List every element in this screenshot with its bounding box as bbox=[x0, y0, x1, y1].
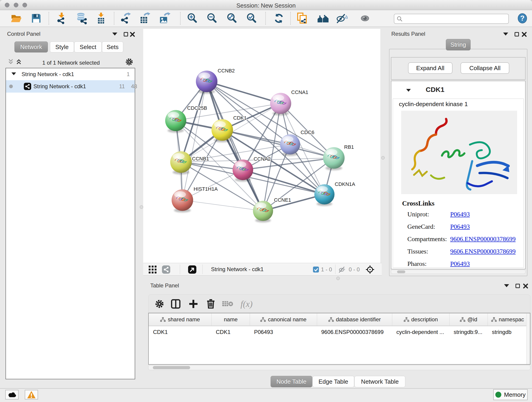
crosslink-link[interactable]: P06493 bbox=[450, 211, 470, 218]
results-hscrollbar-thumb[interactable] bbox=[397, 270, 405, 273]
zoom-out-button[interactable] bbox=[206, 12, 218, 25]
table-panel-float-icon[interactable] bbox=[515, 284, 520, 288]
add-column-button[interactable] bbox=[187, 298, 199, 310]
control-panel-float-icon[interactable] bbox=[124, 32, 128, 36]
node-CCNE1[interactable] bbox=[253, 201, 273, 223]
table-panel-close-icon[interactable] bbox=[523, 283, 528, 289]
node-CDC25B[interactable] bbox=[165, 110, 186, 133]
crosslink-link[interactable]: 9606.ENSP00000378699 bbox=[450, 235, 515, 243]
column-header-description[interactable]: description bbox=[392, 313, 449, 326]
table-hscrollbar[interactable] bbox=[148, 365, 530, 370]
tab-string[interactable]: String bbox=[446, 39, 471, 51]
left-splitter-handle[interactable] bbox=[140, 205, 143, 209]
gene-section-collapse-icon[interactable] bbox=[406, 89, 411, 92]
zoom-in-button[interactable] bbox=[186, 12, 199, 25]
node-HIST1H1A[interactable] bbox=[172, 189, 193, 212]
column-header--id[interactable]: @id bbox=[449, 313, 488, 326]
crosslink-link[interactable]: 9606.ENSP00000378699 bbox=[450, 248, 515, 255]
node-CDKN1A[interactable] bbox=[314, 184, 335, 206]
tab-network-table[interactable]: Network Table bbox=[355, 376, 405, 387]
grid-view-icon[interactable] bbox=[149, 266, 157, 274]
control-panel-close-icon[interactable] bbox=[130, 32, 135, 37]
right-splitter-handle[interactable] bbox=[381, 156, 385, 160]
table-hscrollbar-thumb[interactable] bbox=[153, 366, 190, 369]
export-network-button[interactable] bbox=[119, 12, 132, 25]
help-button[interactable]: ? bbox=[516, 12, 529, 25]
tab-network[interactable]: Network bbox=[14, 41, 48, 52]
zoom-fit-content-button[interactable] bbox=[225, 12, 238, 25]
results-hscrollbar[interactable] bbox=[391, 270, 526, 274]
new-network-from-selection-button[interactable] bbox=[296, 12, 308, 25]
column-header-shared-name[interactable]: shared name bbox=[149, 313, 211, 326]
table-settings-button[interactable] bbox=[153, 298, 165, 310]
export-table-button[interactable] bbox=[138, 12, 151, 25]
column-header-name[interactable]: name bbox=[211, 313, 250, 326]
import-table-file-button[interactable] bbox=[95, 12, 108, 25]
show-all-button[interactable] bbox=[359, 12, 371, 25]
expand-all-button[interactable]: Expand All bbox=[408, 62, 452, 74]
warnings-button[interactable] bbox=[25, 390, 38, 400]
export-image-icon bbox=[158, 12, 171, 25]
birds-eye-view-icon[interactable] bbox=[188, 265, 196, 274]
cell-shared-name[interactable]: CDK1 bbox=[149, 327, 211, 338]
import-network-database-button[interactable] bbox=[75, 12, 88, 25]
memory-button[interactable]: Memory bbox=[493, 389, 528, 400]
tab-edge-table[interactable]: Edge Table bbox=[312, 376, 354, 387]
tab-sets[interactable]: Sets bbox=[102, 41, 123, 52]
node-CCNA1[interactable] bbox=[270, 93, 291, 115]
zoom-selected-button[interactable] bbox=[245, 12, 258, 25]
results-panel-menu-icon[interactable] bbox=[503, 32, 508, 36]
network-row-selected[interactable]: String Network - cdk1 11 48 bbox=[6, 80, 135, 93]
search-input[interactable] bbox=[404, 15, 506, 22]
results-panel-float-icon[interactable] bbox=[515, 32, 519, 36]
import-network-file-button[interactable] bbox=[55, 12, 68, 25]
hide-selected-button[interactable] bbox=[335, 12, 348, 25]
fit-selected-crosshair-icon[interactable] bbox=[365, 265, 375, 274]
network-graph[interactable]: CCNB2CCNA1CDC25BCDK1CDC6RB1CCNB1CCNA2HIS… bbox=[143, 29, 380, 263]
tab-node-table[interactable]: Node Table bbox=[271, 376, 312, 387]
expand-all-chevrons-icon[interactable] bbox=[16, 59, 22, 65]
gear-icon[interactable] bbox=[125, 58, 133, 66]
export-table-icon bbox=[139, 12, 151, 25]
results-panel-close-icon[interactable] bbox=[521, 32, 527, 37]
control-panel-menu-icon[interactable] bbox=[112, 32, 117, 36]
selected-checkbox-icon[interactable] bbox=[313, 267, 319, 273]
save-session-button[interactable] bbox=[30, 12, 43, 25]
collapse-all-button[interactable]: Collapse All bbox=[461, 62, 509, 74]
node-CDC6[interactable] bbox=[280, 134, 300, 156]
collapse-all-chevrons-icon[interactable] bbox=[7, 59, 14, 65]
collection-expand-icon[interactable] bbox=[12, 72, 16, 75]
network-list-view-icon[interactable] bbox=[162, 265, 170, 274]
cell-database-identifier[interactable]: 9606.ENSP00000378699 bbox=[317, 327, 392, 338]
column-header-canonical-name[interactable]: canonical name bbox=[250, 313, 317, 326]
bottom-splitter-handle[interactable] bbox=[336, 277, 340, 280]
network-collection-row[interactable]: String Network - cdk1 1 bbox=[6, 68, 135, 80]
table-panel-menu-icon[interactable] bbox=[504, 284, 509, 287]
edge-CCNB2-RB1[interactable] bbox=[207, 81, 334, 158]
cell-name[interactable]: CDK1 bbox=[211, 327, 250, 338]
show-columns-button[interactable] bbox=[170, 298, 182, 310]
tab-select[interactable]: Select bbox=[74, 41, 102, 52]
node-CCNA2[interactable] bbox=[233, 160, 253, 182]
edge-CCNE1-HIST1H1A[interactable] bbox=[182, 200, 263, 211]
cell-canonical-name[interactable]: P06493 bbox=[250, 327, 317, 338]
hidden-eye-slash-icon bbox=[338, 266, 346, 273]
open-session-button[interactable] bbox=[10, 12, 23, 25]
home-button[interactable] bbox=[317, 12, 329, 25]
delete-column-button[interactable] bbox=[205, 298, 217, 310]
refresh-layout-button[interactable] bbox=[272, 12, 285, 25]
edge-CDK1-RB1[interactable] bbox=[222, 130, 334, 158]
cell-description[interactable]: cyclin-dependent ... bbox=[392, 327, 449, 338]
network-canvas[interactable]: CCNB2CCNA1CDC25BCDK1CDC6RB1CCNB1CCNA2HIS… bbox=[143, 29, 380, 263]
crosslink-link[interactable]: P06493 bbox=[450, 260, 470, 268]
cloud-status-button[interactable] bbox=[5, 390, 19, 400]
column-header-namespac[interactable]: namespac bbox=[488, 313, 527, 326]
tab-style[interactable]: Style bbox=[50, 41, 74, 52]
crosslink-link[interactable]: P06493 bbox=[450, 223, 470, 230]
node-RB1[interactable] bbox=[323, 147, 345, 170]
table-vscrollbar[interactable] bbox=[526, 313, 530, 364]
cell--id[interactable]: stringdb:9... bbox=[449, 327, 488, 338]
export-image-button[interactable] bbox=[158, 12, 171, 25]
column-header-database-identifier[interactable]: database identifier bbox=[317, 313, 392, 326]
cell-namespac[interactable]: stringdb bbox=[488, 327, 527, 338]
